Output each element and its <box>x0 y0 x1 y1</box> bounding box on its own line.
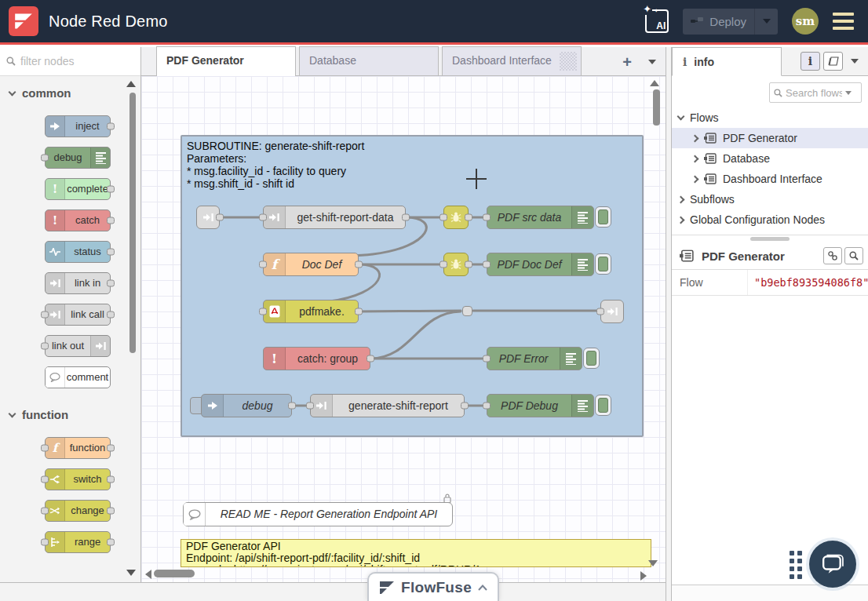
deploy-options-caret[interactable] <box>754 9 778 35</box>
node-debug-pdf-doc-def[interactable]: PDF Doc Def <box>487 253 594 276</box>
flow-canvas[interactable]: SUBROUTINE: generate-shift-report Parame… <box>141 76 666 582</box>
tab-database[interactable]: Database <box>299 46 439 75</box>
tree-flow-dashboard-interface[interactable]: Dashboard Interface <box>672 169 868 189</box>
tree-flow-database[interactable]: Database <box>672 148 868 169</box>
node-debug-pdf-debug[interactable]: PDF Debug <box>487 394 594 417</box>
tab-dashboard-interface[interactable]: Dashboard Interface <box>442 46 582 75</box>
node-link-call-generate-shift-report[interactable]: generate-shift-report <box>310 394 465 417</box>
palette-filter[interactable] <box>0 47 140 76</box>
editor-footer <box>0 582 666 601</box>
sidebar-tab-info[interactable]: i info <box>672 47 782 76</box>
flowfuse-panel-button[interactable]: FlowFuse <box>367 572 499 601</box>
palette-scrollbar[interactable] <box>129 93 136 353</box>
search-flows-box[interactable] <box>769 82 862 103</box>
node-function-doc-def[interactable]: f Doc Def <box>263 253 359 276</box>
panel-resize-handle[interactable] <box>750 237 790 241</box>
comment-icon <box>184 503 206 526</box>
sidebar-options-caret[interactable] <box>846 59 863 64</box>
palette-node-change[interactable]: change <box>45 500 111 522</box>
deploy-icon <box>691 16 703 26</box>
inject-trigger-button[interactable] <box>190 397 202 414</box>
tree-flows[interactable]: Flows <box>672 107 868 128</box>
palette-scroll-up[interactable] <box>126 81 136 87</box>
node-link-in[interactable] <box>196 206 220 229</box>
palette-node-catch[interactable]: ! catch <box>45 209 111 231</box>
deploy-button[interactable]: Deploy <box>683 9 778 35</box>
status-icon <box>46 242 65 262</box>
flow-group-api-note[interactable]: PDF Generator API Endpoint: /api/shift-r… <box>181 539 651 567</box>
node-debugger-breakpoint-2[interactable] <box>443 253 469 276</box>
node-inject-debug[interactable]: debug <box>201 394 292 417</box>
app-header: Node Red Demo ✦ ✦ AI Deploy sm <box>0 0 868 45</box>
node-link-call-get-shift-report-data[interactable]: get-shift-report-data <box>263 206 406 229</box>
detail-flow-title: PDF Generator <box>702 250 785 263</box>
search-node-button[interactable] <box>844 247 863 264</box>
debug-icon <box>571 206 593 228</box>
debug-enable-toggle[interactable] <box>583 348 600 369</box>
pdf-icon <box>264 300 286 322</box>
info-tab-button[interactable]: i <box>801 52 820 71</box>
palette-node-debug[interactable]: debug <box>45 147 111 169</box>
widget-drag-handle[interactable] <box>790 551 802 579</box>
tree-subflows[interactable]: Subflows <box>672 189 868 209</box>
search-flows-input[interactable] <box>786 87 842 99</box>
canvas-scroll-up[interactable] <box>650 80 659 86</box>
canvas-vscrollbar[interactable] <box>653 89 660 126</box>
palette-node-inject[interactable]: inject <box>45 115 111 137</box>
flow-list-caret[interactable] <box>639 49 666 75</box>
flows-tree: Flows PDF Generator Database Dashboard I… <box>672 107 868 230</box>
inject-icon <box>46 116 65 137</box>
flow-icon <box>704 153 717 164</box>
bug-icon <box>450 259 461 270</box>
palette-node-link-in[interactable]: link in <box>45 272 111 294</box>
copy-link-button[interactable] <box>823 247 842 264</box>
node-catch-group[interactable]: ! catch: group <box>263 347 370 370</box>
node-debugger-breakpoint-1[interactable] <box>443 206 469 229</box>
book-icon <box>828 56 839 66</box>
node-debug-pdf-error[interactable]: PDF Error <box>487 347 582 370</box>
debug-enable-toggle[interactable] <box>595 395 611 416</box>
tab-pdf-generator[interactable]: PDF Generator <box>156 46 296 76</box>
palette-category-function[interactable]: function <box>0 398 140 428</box>
sparkle-icon: ✦ <box>642 3 652 15</box>
palette-node-link-out[interactable]: link out <box>45 335 111 357</box>
node-debug-pdf-src-data[interactable]: PDF src data <box>487 206 594 229</box>
filter-nodes-input[interactable] <box>20 55 122 67</box>
chevron-right-icon <box>691 155 699 162</box>
add-flow-button[interactable]: + <box>615 49 639 75</box>
property-value-flow-id: "b9ebf893594086f8" <box>748 270 868 295</box>
palette-node-link-call[interactable]: link call <box>45 304 111 326</box>
canvas-hscrollbar[interactable] <box>154 570 195 577</box>
palette-node-complete[interactable]: ! complete <box>45 178 111 200</box>
canvas-scroll-right[interactable] <box>640 571 647 581</box>
link-in-icon <box>46 273 65 293</box>
help-book-button[interactable] <box>823 52 843 71</box>
debug-enable-toggle[interactable] <box>595 206 611 228</box>
tree-flow-pdf-generator[interactable]: PDF Generator <box>672 128 868 148</box>
tree-global-config[interactable]: Global Configuration Nodes <box>672 209 868 230</box>
palette-node-switch[interactable]: switch <box>45 468 111 490</box>
palette-scroll-down[interactable] <box>126 570 136 576</box>
node-link-out[interactable] <box>600 300 624 323</box>
node-comment-readme[interactable]: READ ME - Report Generation Endpoint API <box>183 502 453 526</box>
flow-tab-bar: PDF Generator Database Dashboard Interfa… <box>141 47 666 76</box>
wire-junction[interactable] <box>462 306 472 316</box>
debug-icon <box>560 348 582 370</box>
canvas-scroll-left[interactable] <box>145 570 151 579</box>
debug-enable-toggle[interactable] <box>595 253 611 275</box>
palette-node-function[interactable]: f function <box>45 437 111 459</box>
user-avatar[interactable]: sm <box>792 8 819 35</box>
chevron-down-icon <box>677 113 685 121</box>
main-menu-button[interactable] <box>833 13 854 30</box>
palette-node-status[interactable]: status <box>45 241 111 263</box>
palette-category-common[interactable]: common <box>0 76 140 106</box>
node-pdfmake[interactable]: pdfmake. <box>263 300 359 323</box>
palette-node-range[interactable]: range <box>45 531 111 553</box>
bug-icon <box>450 212 461 223</box>
canvas-scroll-down[interactable] <box>648 560 658 566</box>
ai-assistant-button[interactable]: ✦ ✦ AI <box>645 9 669 33</box>
chevron-down-icon <box>9 410 16 417</box>
palette-node-comment[interactable]: comment <box>45 366 111 388</box>
chat-widget-button[interactable] <box>809 541 856 588</box>
sidebar-resize-divider[interactable] <box>666 47 672 601</box>
